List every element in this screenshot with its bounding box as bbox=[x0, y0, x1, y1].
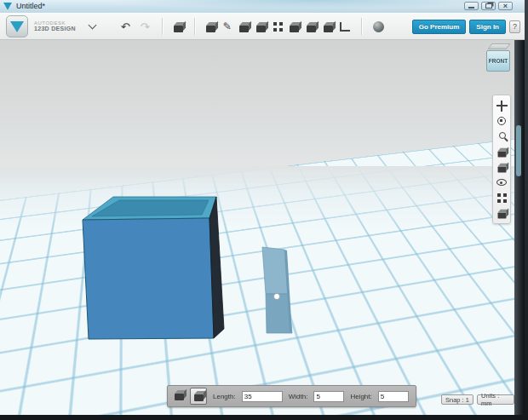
fit-button[interactable] bbox=[493, 144, 510, 159]
box-primitive-icon[interactable] bbox=[175, 394, 184, 400]
rectangular-bar[interactable] bbox=[262, 247, 292, 333]
primitive-edit-panel: Length: Width: Height: bbox=[167, 385, 416, 407]
brand-text: AUTODESK 123D DESIGN bbox=[34, 20, 76, 33]
orbit-icon bbox=[497, 117, 506, 125]
navigation-sidebar bbox=[492, 95, 511, 224]
right-frame bbox=[514, 40, 525, 415]
grid-toggle-button[interactable] bbox=[493, 190, 510, 205]
sign-in-button[interactable]: Sign In bbox=[469, 20, 506, 34]
snap-setting[interactable]: Snap : 1 bbox=[441, 394, 473, 405]
height-label: Height: bbox=[350, 393, 371, 400]
hollow-box[interactable] bbox=[83, 197, 224, 339]
help-button[interactable]: ? bbox=[509, 20, 520, 33]
orbit-button[interactable] bbox=[493, 113, 510, 129]
pattern-icon[interactable] bbox=[273, 22, 283, 32]
scrollbar-thumb[interactable] bbox=[516, 125, 521, 176]
restore-icon bbox=[485, 3, 492, 9]
close-button[interactable]: × bbox=[498, 2, 513, 10]
app-window: Untitled* × AUTODESK 123D DESIGN ↶ ↷ ✎ bbox=[0, 0, 525, 415]
brand-line2: 123D DESIGN bbox=[34, 26, 76, 32]
minimize-button[interactable] bbox=[464, 2, 479, 10]
transform-icon[interactable] bbox=[174, 26, 183, 32]
zoom-icon bbox=[499, 132, 506, 139]
restore-button[interactable] bbox=[481, 2, 496, 10]
box-front-face[interactable] bbox=[83, 218, 214, 339]
snap-icon bbox=[497, 212, 506, 218]
toolbar-separator bbox=[361, 18, 362, 35]
box-type-icon bbox=[194, 394, 204, 401]
app-logo-icon bbox=[10, 21, 24, 32]
minimize-icon bbox=[468, 7, 474, 9]
view-mode-button[interactable] bbox=[493, 159, 510, 175]
height-input[interactable] bbox=[378, 391, 409, 402]
length-input[interactable] bbox=[242, 391, 283, 402]
grouping-icon[interactable] bbox=[290, 26, 299, 32]
pan-icon bbox=[496, 101, 508, 112]
length-label: Length: bbox=[213, 393, 236, 400]
viewport[interactable]: FRONT Length: Width: Height: bbox=[0, 40, 514, 415]
fit-icon bbox=[497, 151, 506, 157]
main-toolbar: AUTODESK 123D DESIGN ↶ ↷ ✎ Go Premium Si… bbox=[0, 13, 525, 40]
view-cube[interactable]: FRONT bbox=[486, 43, 513, 78]
bar-upper-face[interactable] bbox=[262, 247, 288, 294]
grid-icon bbox=[497, 193, 507, 203]
brand-line1: AUTODESK bbox=[34, 20, 76, 26]
visibility-button[interactable] bbox=[493, 175, 510, 190]
view-cube-front-face[interactable]: FRONT bbox=[486, 50, 510, 72]
modify-icon[interactable] bbox=[256, 26, 266, 32]
units-setting[interactable]: Units : mm bbox=[477, 394, 514, 405]
ruler-icon[interactable] bbox=[340, 22, 350, 32]
app-menu-button[interactable] bbox=[6, 15, 28, 37]
construct-icon[interactable] bbox=[239, 26, 249, 32]
toolbar-separator bbox=[194, 18, 195, 35]
scene-objects bbox=[0, 40, 514, 415]
pan-button[interactable] bbox=[493, 98, 510, 113]
zoom-button[interactable] bbox=[493, 129, 510, 144]
go-premium-button[interactable]: Go Premium bbox=[412, 20, 467, 34]
primitives-icon[interactable] bbox=[206, 26, 215, 32]
snap-point-handle[interactable] bbox=[273, 293, 279, 299]
title-bar: Untitled* × bbox=[0, 0, 525, 14]
width-input[interactable] bbox=[313, 391, 344, 402]
width-label: Width: bbox=[289, 393, 308, 400]
view-mode-icon bbox=[497, 166, 506, 172]
measure-icon[interactable] bbox=[324, 26, 333, 32]
combine-icon[interactable] bbox=[307, 26, 316, 32]
chevron-down-icon[interactable] bbox=[88, 21, 96, 30]
window-title: Untitled* bbox=[16, 2, 45, 10]
view-cube-top-face[interactable] bbox=[488, 43, 511, 49]
toolbar-separator bbox=[162, 18, 163, 35]
undo-button[interactable]: ↶ bbox=[121, 21, 130, 32]
box-type-button[interactable] bbox=[190, 388, 207, 405]
visibility-icon bbox=[496, 179, 507, 186]
snap-settings-button[interactable] bbox=[493, 205, 510, 221]
app-logo-icon bbox=[3, 3, 12, 10]
sketch-icon[interactable]: ✎ bbox=[223, 21, 232, 32]
material-icon[interactable] bbox=[373, 21, 384, 32]
redo-button[interactable]: ↷ bbox=[141, 21, 150, 32]
